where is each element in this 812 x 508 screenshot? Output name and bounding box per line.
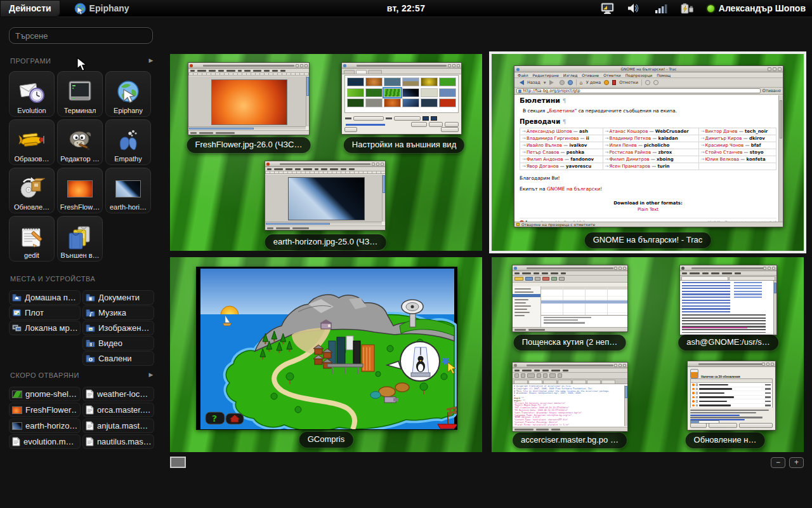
workspace-3[interactable]: ? GCompris [170,257,482,452]
place-item-home[interactable]: Домашна п… [9,290,81,305]
place-item-documents[interactable]: Документи [82,290,154,305]
clock[interactable]: вт, 22:57 [387,3,426,13]
window-terminal[interactable] [679,265,777,335]
workspace-4[interactable]: Пощенска кутия (2 неп… ash@GNOME:/usr/s…… [492,257,804,452]
app-tile-software-update[interactable]: Обновле… [9,168,55,213]
recent-label: weather-loc… [97,389,148,399]
back-icon[interactable] [517,80,524,85]
menu-file[interactable]: Файл [518,73,528,77]
go-button[interactable]: Отиване [763,88,781,93]
appearance-link[interactable] [346,124,385,126]
downloads-folder-icon [86,354,95,363]
window-gimp-freshflower[interactable] [188,62,310,135]
menu-bookmarks[interactable]: Отметки [603,73,620,77]
help-button[interactable] [690,423,707,428]
reload-icon[interactable] [568,80,573,85]
window-gcompris[interactable]: ? [196,267,457,430]
add-workspace-button[interactable]: + [789,457,804,468]
back-label[interactable]: Назад [527,80,540,85]
workspace-indicator[interactable] [170,457,186,468]
thanks-text: Благодарим Ви! [520,175,776,181]
install-button[interactable] [739,423,773,428]
place-item-videos[interactable]: Видео [82,336,154,351]
menu-go[interactable]: Отиване [582,73,599,77]
bulletins-link[interactable]: Бюлетини [549,108,575,114]
workspace-2-active[interactable]: GNOME на български! - Trac Файл Редактир… [492,54,804,251]
window-label: FreshFlower.jpg-26.0 (ЧЗС… [187,137,311,153]
network-signal-icon[interactable] [654,2,668,15]
wallpaper-grid[interactable] [344,75,459,113]
window-gedit[interactable]: # Bulgarian translation of accerciser po… [512,362,628,432]
remove-workspace-button[interactable]: − [771,457,785,468]
bookmark-icon[interactable] [612,80,616,85]
user-menu[interactable]: Александър Шопов [707,3,806,13]
menu-tabs[interactable]: Подпрозорци [625,73,652,77]
zoom-in-icon[interactable] [645,80,650,85]
plain-text-link[interactable]: Plain Text [638,207,658,212]
place-item-network[interactable]: Локална мр… [9,321,81,335]
empathy-icon [115,126,141,155]
update-list[interactable] [690,378,773,408]
recent-item[interactable]: FreshFlower… [9,403,81,417]
stop-icon[interactable] [560,80,565,85]
forward-icon[interactable] [549,80,556,85]
app-tile-appearance[interactable]: Външен в… [57,216,103,262]
menu-view[interactable]: Изглед [563,73,578,77]
activities-button[interactable]: Дейности [0,0,60,17]
recent-column-left: gnome-shel… FreshFlower… earth-horizo… e… [9,387,81,449]
recent-item[interactable]: anjuta.mast… [82,418,154,433]
place-label: Документи [98,293,140,302]
recent-item[interactable]: earth-horizo… [9,418,81,433]
recent-expand-icon[interactable]: ▶ [149,371,154,379]
app-label: Редактор … [60,155,99,163]
menu-help[interactable]: Помощ [657,73,671,77]
search-input[interactable] [9,27,153,44]
programs-expand-icon[interactable]: ▶ [149,57,154,65]
zoom-out-icon[interactable] [653,80,658,85]
volume-icon[interactable] [627,2,641,15]
recent-label: FreshFlower… [25,405,77,415]
app-tile-gedit[interactable]: gedit [9,216,55,262]
app-label: Образов… [15,155,49,163]
window-gimp-earth[interactable] [265,161,386,231]
recent-item[interactable]: evolution.m… [9,434,81,449]
recent-item[interactable]: weather-loc… [82,387,154,401]
mail-message-list [541,286,627,316]
home-label[interactable]: У дома [586,80,601,85]
gnome-bg-link[interactable]: GNOME на български! [547,186,602,192]
app-tile-earth-horizon[interactable]: earth-hori… [105,168,151,213]
browser-scrollbar[interactable] [778,95,783,222]
app-tile-education[interactable]: Образов… [9,119,55,165]
app-menu[interactable]: Epiphany [74,3,129,15]
url-input[interactable]: http://fsa-bg.org/project/gtp [516,88,761,93]
gedit-text-area: # Bulgarian translation of accerciser po… [514,385,624,426]
app-tile-freshflower[interactable]: FreshFlow… [57,168,103,213]
home-icon[interactable]: ⌂ [580,80,583,86]
app-tile-empathy[interactable]: Empathy [105,119,151,165]
recent-item[interactable]: gnome-shel… [9,387,81,401]
app-tile-gimp[interactable]: Редактор … [57,119,103,165]
software-update-icon [18,174,45,203]
window-appearance-preferences[interactable] [341,62,462,135]
changes-button[interactable] [709,423,737,428]
battery-icon[interactable] [681,2,695,15]
display-settings-icon[interactable] [601,2,615,15]
workspace-1[interactable]: FreshFlower.jpg-26.0 (ЧЗС… Настройки на … [170,54,482,251]
window-update-manager[interactable]: Налични са 39 обновления Software update… [687,361,776,431]
bookmarks-label[interactable]: Отметки [619,80,638,85]
place-item-desktop[interactable]: Плот [9,305,81,320]
place-item-music[interactable]: Музика [82,305,154,320]
place-item-downloads[interactable]: Свалени [82,351,154,366]
history-icon[interactable] [604,80,609,85]
window-epiphany-trac[interactable]: GNOME на български! - Trac Файл Редактир… [514,65,783,227]
menu-edit[interactable]: Редактиране [533,73,559,77]
help-button[interactable] [344,127,357,132]
close-button[interactable] [441,127,459,132]
recent-item[interactable]: nautilus.mas… [82,434,154,449]
recent-item[interactable]: orca.master.… [82,403,154,417]
app-tile-evolution[interactable]: Evolution [9,71,55,117]
window-evolution-mail[interactable] [512,265,628,332]
place-item-pictures[interactable]: Изображен… [82,321,154,335]
app-tile-terminal[interactable]: Терминал [57,71,103,117]
app-tile-epiphany[interactable]: Epiphany [105,71,151,117]
